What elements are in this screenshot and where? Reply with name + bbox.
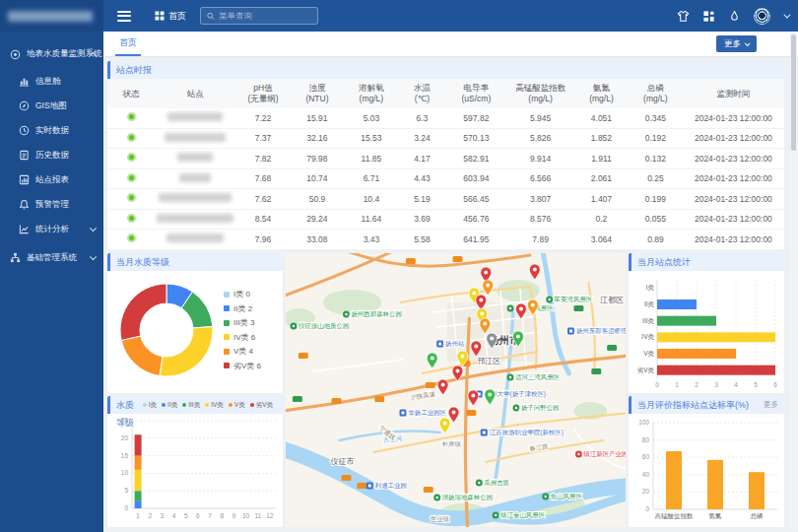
table-row: 7.9633.083.435.58641.957.893.0640.892024… <box>107 230 784 250</box>
legend-item[interactable]: V类 4 <box>224 346 261 357</box>
legend-item[interactable]: III类 3 <box>224 317 261 328</box>
stacked-bar-segment-II类[interactable] <box>135 501 142 508</box>
sidebar-item-realtime-data[interactable]: 实时数据 <box>0 118 103 143</box>
rate-bar-高锰酸盐指数[interactable] <box>666 451 682 509</box>
station-name-censored <box>177 153 213 162</box>
legend-item[interactable]: II类 2 <box>224 303 261 314</box>
table-cell: 6.566 <box>506 173 574 183</box>
sidebar-item-gis-map[interactable]: GIS地图 <box>0 94 103 118</box>
svg-text:6: 6 <box>773 381 777 388</box>
svg-text:40: 40 <box>642 471 650 478</box>
table-row: 8.5429.2411.643.69456.768.5760.20.055202… <box>107 210 784 231</box>
sidebar-item-label: 站点报表 <box>35 174 69 186</box>
legend-item[interactable]: 劣V类 6 <box>224 361 261 371</box>
legend-item[interactable]: V类 <box>229 396 245 414</box>
road-shield <box>424 487 433 493</box>
search-input[interactable] <box>219 11 311 21</box>
hbar-劣V类[interactable] <box>657 366 775 375</box>
user-menu-chevron-icon[interactable] <box>783 11 790 18</box>
road-shield <box>299 353 308 359</box>
svg-text:7: 7 <box>208 512 212 519</box>
month-rate-panel: 当月评价指标站点达标率(%) 更多 020406080100高锰酸盐指数氨氮总磷 <box>629 396 784 527</box>
svg-text:4: 4 <box>172 512 176 519</box>
legend-item[interactable]: 劣V类 <box>250 396 273 414</box>
tab-home[interactable]: 首页 <box>115 32 141 56</box>
sidebar-item-station-report[interactable]: 站点报表 <box>0 167 103 192</box>
road-shield <box>293 396 302 402</box>
donut-legend: I类 0II类 2III类 3IV类 6V类 4劣V类 6 <box>224 289 261 371</box>
legend-item[interactable]: I类 <box>143 396 157 414</box>
legend-item[interactable]: III类 <box>182 396 200 414</box>
sidebar-item-history-data[interactable]: 历史数据 <box>0 143 103 167</box>
column-header: pH值(无量纲) <box>236 83 291 103</box>
flame-icon[interactable] <box>728 10 741 23</box>
table-cell: 15.91 <box>290 113 344 123</box>
hbar-III类[interactable] <box>657 316 716 326</box>
svg-text:0: 0 <box>124 504 128 511</box>
sidebar-item-label: 预警管理 <box>35 199 69 211</box>
sidebar-section-base-management[interactable]: 基础管理系统 <box>0 245 103 270</box>
stacked-bar-segment-劣V类[interactable] <box>135 434 142 455</box>
table-cell: 2024-01-23 12:00:00 <box>683 154 784 164</box>
legend-item[interactable]: II类 <box>162 396 177 414</box>
road-shield <box>342 475 352 481</box>
table-cell: 5.58 <box>398 234 445 244</box>
sidebar-item-label: 统计分析 <box>35 224 69 235</box>
hamburger-menu-icon[interactable] <box>117 8 131 24</box>
donut-chart-svg <box>113 275 220 385</box>
table-cell: 0.345 <box>629 113 683 123</box>
rate-bar-总磷[interactable] <box>749 472 765 509</box>
stacked-bar-segment-V类[interactable] <box>135 456 142 470</box>
svg-text:I类: I类 <box>646 284 655 291</box>
table-row: 7.6810.746.714.43603.946.5662.0610.25202… <box>107 169 784 190</box>
year-grade-legend: I类II类III类IV类V类劣V类 <box>143 396 277 414</box>
sidebar-item-statistics[interactable]: 统计分析 <box>0 217 103 241</box>
stacked-bar-segment-IV类[interactable] <box>135 470 142 491</box>
table-cell: 4.17 <box>398 154 445 164</box>
column-header: 站点 <box>155 89 235 100</box>
theme-shirt-icon[interactable] <box>677 10 690 23</box>
svg-text:1: 1 <box>136 512 140 519</box>
breadcrumb[interactable]: 首页 <box>155 10 186 23</box>
legend-item[interactable]: I类 0 <box>224 289 261 299</box>
column-header: 高锰酸盐指数(mg/L) <box>506 83 574 103</box>
legend-item[interactable]: IV类 <box>205 396 224 414</box>
svg-text:60: 60 <box>642 453 650 460</box>
stacked-bar-segment-III类[interactable] <box>135 491 142 501</box>
sidebar-item-info-cabin[interactable]: 信息舱 <box>0 69 103 94</box>
sidebar-item-alert-management[interactable]: 预警管理 <box>0 192 103 217</box>
table-cell: 5.03 <box>344 113 398 123</box>
sidebar-section-water-system[interactable]: 地表水质量监测系统 <box>0 39 103 69</box>
city-map[interactable]: 扬州西郊森林公园仪征捺山地质公园唐子城风景区茱萸湾风景区运河三湾风景区扬子问野公… <box>286 253 626 527</box>
legend-item[interactable]: IV类 6 <box>224 332 261 343</box>
table-cell: 7.82 <box>236 154 291 164</box>
user-avatar[interactable] <box>754 8 770 25</box>
table-cell: 50.9 <box>290 194 344 204</box>
table-header: 状态站点pH值(无量纲)浊度(NTU)溶解氧(mg/L)水温(℃)电导率(uS/… <box>107 79 784 108</box>
topbar-actions <box>677 8 788 25</box>
svg-text:10: 10 <box>242 512 250 519</box>
svg-text:4: 4 <box>734 381 738 388</box>
svg-text:10: 10 <box>121 469 129 476</box>
donut-slice-劣V类[interactable] <box>120 284 166 340</box>
station-name-censored <box>157 214 233 223</box>
table-cell: 7.62 <box>236 194 291 204</box>
column-header: 监测时间 <box>683 89 784 100</box>
svg-text:扬州站: 扬州站 <box>445 340 465 348</box>
layout-icon[interactable] <box>702 10 715 23</box>
svg-text:茱萸湾风景区: 茱萸湾风景区 <box>554 296 593 303</box>
table-cell: 10.74 <box>290 173 344 183</box>
hbar-IV类[interactable] <box>657 332 775 342</box>
table-cell: 2024-01-23 12:00:00 <box>683 194 784 204</box>
donut-slice-IV类[interactable] <box>160 326 213 376</box>
table-cell: 582.91 <box>445 154 506 164</box>
more-button[interactable]: 更多 <box>716 35 757 52</box>
scrollbar-thumb[interactable] <box>791 34 796 151</box>
rate-bar-氨氮[interactable] <box>707 460 723 509</box>
panel-more-link[interactable]: 更多 <box>764 396 778 414</box>
hbar-V类[interactable] <box>657 349 736 359</box>
table-cell: 11.64 <box>344 214 398 224</box>
hbar-II类[interactable] <box>657 299 697 309</box>
donut-slice-V类[interactable] <box>121 336 163 375</box>
column-header: 浊度(NTU) <box>290 83 344 103</box>
